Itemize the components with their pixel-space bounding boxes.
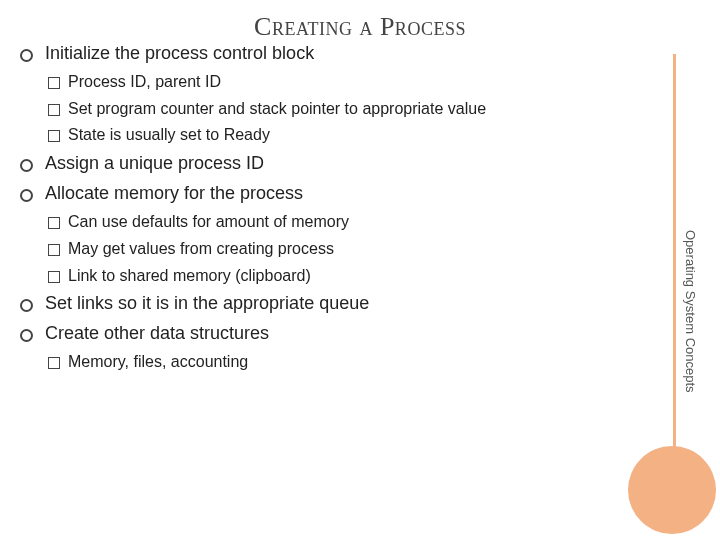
bullet-square-icon — [48, 357, 60, 369]
list-item: May get values from creating process — [48, 237, 620, 262]
item-text: Can use defaults for amount of memory — [68, 210, 349, 235]
bullet-circle-icon — [20, 49, 33, 62]
bullet-circle-icon — [20, 329, 33, 342]
list-item: Assign a unique process ID — [20, 150, 620, 178]
bullet-square-icon — [48, 130, 60, 142]
list-item: Allocate memory for the process — [20, 180, 620, 208]
footer-label: Operating System Concepts — [683, 230, 698, 393]
list-item: Set links so it is in the appropriate qu… — [20, 290, 620, 318]
list-item: Process ID, parent ID — [48, 70, 620, 95]
list-item: Can use defaults for amount of memory — [48, 210, 620, 235]
bullet-square-icon — [48, 104, 60, 116]
item-text: May get values from creating process — [68, 237, 334, 262]
list-item: State is usually set to Ready — [48, 123, 620, 148]
list-item: Set program counter and stack pointer to… — [48, 97, 620, 122]
bullet-circle-icon — [20, 159, 33, 172]
bullet-square-icon — [48, 217, 60, 229]
list-item: Link to shared memory (clipboard) — [48, 264, 620, 289]
item-text: State is usually set to Ready — [68, 123, 270, 148]
item-text: Allocate memory for the process — [45, 180, 303, 208]
item-text: Create other data structures — [45, 320, 269, 348]
accent-circle-icon — [628, 446, 716, 534]
slide-body: Initialize the process control block Pro… — [20, 38, 620, 377]
item-text: Link to shared memory (clipboard) — [68, 264, 311, 289]
item-text: Process ID, parent ID — [68, 70, 221, 95]
list-item: Create other data structures — [20, 320, 620, 348]
item-text: Assign a unique process ID — [45, 150, 264, 178]
bullet-circle-icon — [20, 189, 33, 202]
item-text: Set program counter and stack pointer to… — [68, 97, 486, 122]
list-item: Memory, files, accounting — [48, 350, 620, 375]
item-text: Initialize the process control block — [45, 40, 314, 68]
bullet-square-icon — [48, 244, 60, 256]
item-text: Memory, files, accounting — [68, 350, 248, 375]
item-text: Set links so it is in the appropriate qu… — [45, 290, 369, 318]
accent-bar — [673, 54, 676, 494]
list-item: Initialize the process control block — [20, 40, 620, 68]
bullet-square-icon — [48, 77, 60, 89]
bullet-square-icon — [48, 271, 60, 283]
bullet-circle-icon — [20, 299, 33, 312]
